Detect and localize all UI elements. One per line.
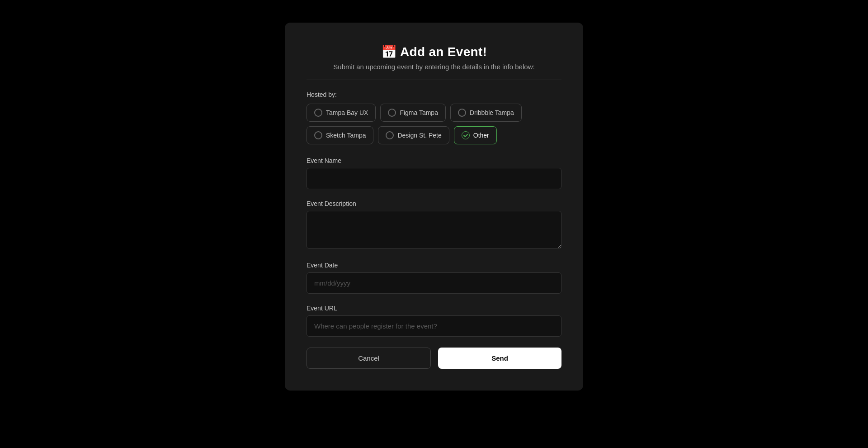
radio-circle-sketch-tampa — [314, 131, 322, 139]
modal-header: 📅 Add an Event! Submit an upcoming event… — [307, 44, 561, 71]
send-button[interactable]: Send — [438, 348, 561, 369]
radio-circle-dribbble-tampa — [458, 109, 466, 117]
radio-option-sketch-tampa[interactable]: Sketch Tampa — [307, 126, 373, 144]
radio-option-figma-tampa[interactable]: Figma Tampa — [380, 104, 446, 122]
hosted-by-label: Hosted by: — [307, 91, 561, 98]
radio-option-other[interactable]: Other — [454, 126, 497, 144]
svg-point-5 — [462, 132, 469, 139]
button-row: Cancel Send — [307, 348, 561, 369]
radio-group-hosted-by: Tampa Bay UX Figma Tampa Dribbble Tampa … — [307, 104, 561, 144]
radio-circle-tampa-bay-ux — [314, 109, 322, 117]
radio-label-dribbble-tampa: Dribbble Tampa — [470, 109, 514, 116]
event-name-group: Event Name — [307, 157, 561, 189]
cancel-button[interactable]: Cancel — [307, 348, 431, 369]
add-event-modal: 📅 Add an Event! Submit an upcoming event… — [285, 23, 583, 391]
event-description-input[interactable] — [307, 211, 561, 249]
radio-option-tampa-bay-ux[interactable]: Tampa Bay UX — [307, 104, 376, 122]
event-date-group: Event Date — [307, 262, 561, 294]
event-url-input[interactable] — [307, 315, 561, 337]
radio-label-figma-tampa: Figma Tampa — [400, 109, 438, 116]
event-description-label: Event Description — [307, 200, 561, 207]
check-icon-other — [462, 131, 470, 139]
divider — [307, 80, 561, 80]
radio-circle-design-st-pete — [386, 131, 394, 139]
radio-label-tampa-bay-ux: Tampa Bay UX — [326, 109, 368, 116]
radio-option-dribbble-tampa[interactable]: Dribbble Tampa — [450, 104, 522, 122]
event-name-input[interactable] — [307, 168, 561, 189]
radio-circle-figma-tampa — [388, 109, 396, 117]
event-url-label: Event URL — [307, 305, 561, 312]
radio-label-other: Other — [473, 132, 489, 139]
radio-label-sketch-tampa: Sketch Tampa — [326, 132, 366, 139]
event-description-group: Event Description — [307, 200, 561, 251]
radio-option-design-st-pete[interactable]: Design St. Pete — [378, 126, 449, 144]
event-url-group: Event URL — [307, 305, 561, 337]
modal-subtitle: Submit an upcoming event by entering the… — [307, 63, 561, 71]
hosted-by-group: Hosted by: Tampa Bay UX Figma Tampa Drib… — [307, 91, 561, 144]
event-date-input[interactable] — [307, 272, 561, 294]
radio-label-design-st-pete: Design St. Pete — [397, 132, 441, 139]
event-date-label: Event Date — [307, 262, 561, 269]
event-name-label: Event Name — [307, 157, 561, 164]
modal-title: 📅 Add an Event! — [307, 44, 561, 59]
